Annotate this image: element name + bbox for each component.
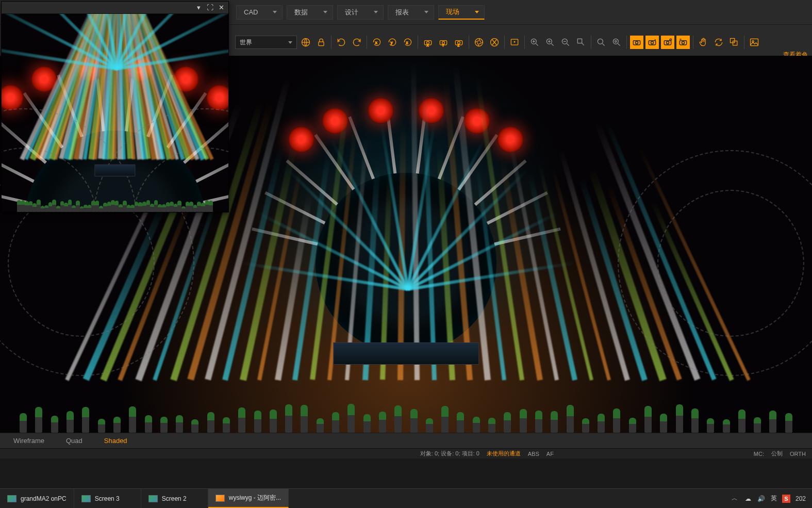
capture-4-icon[interactable] [676,36,690,49]
svg-rect-1 [319,42,324,46]
status-channels: 未使用的通道 [487,450,521,457]
svg-point-17 [514,41,515,42]
tray-s-icon[interactable]: S [782,495,790,503]
status-mc: MC: [754,451,764,457]
status-af: AF [546,451,554,457]
capture-2-icon[interactable] [645,36,659,49]
svg-point-31 [670,39,671,40]
menu-report[interactable]: 报表 [388,5,434,20]
capture-1-icon[interactable] [630,36,643,49]
status-bar: 对象: 0; 设备: 0; 项目: 0 未使用的通道 ABS AF MC: 公制… [0,448,812,458]
svg-rect-34 [731,39,735,43]
bottom-gap [0,458,812,488]
find-all-icon[interactable] [610,36,623,49]
tab-wireframe[interactable]: Wireframe [10,435,47,447]
hand-icon[interactable] [697,36,710,49]
svg-point-22 [598,39,603,44]
status-objects: 对象: 0; 设备: 0; 项目: 0 [420,450,479,457]
svg-text:Y: Y [442,44,444,47]
panel-body[interactable] [2,14,228,212]
svg-rect-35 [733,41,737,45]
svg-point-24 [615,41,617,42]
aperture-2-icon[interactable] [488,36,501,49]
svg-text:z: z [406,40,408,45]
tray-volume-icon[interactable]: 🔊 [757,495,766,503]
status-abs: ABS [528,451,539,457]
world-dropdown[interactable]: 世界 [235,36,297,49]
image-icon[interactable] [748,36,761,49]
task-grandma2[interactable]: grandMA2 onPC [0,489,74,508]
status-orth: ORTH [790,451,806,457]
svg-rect-21 [577,39,582,43]
aperture-icon[interactable] [472,36,486,49]
panel-close-icon[interactable]: ✕ [217,4,225,12]
menu-design[interactable]: 设计 [337,5,384,20]
camera-z-icon[interactable]: Z [452,36,466,49]
svg-text:y: y [391,40,393,45]
main-toolbar: 世界 x y z X Y Z [232,33,812,52]
system-tray: ︿ ☁ 🔊 英 S 202 [724,494,812,503]
lock-icon[interactable] [314,36,328,49]
menu-data[interactable]: 数据 [287,5,333,20]
menu-live[interactable]: 现场 [438,5,485,20]
refresh-icon[interactable] [712,36,725,49]
camera-y-icon[interactable]: Y [437,36,450,49]
tray-chevron-up-icon[interactable]: ︿ [731,495,739,503]
axis-y-icon[interactable]: y [386,36,399,49]
tray-clock[interactable]: 202 [796,495,806,502]
windows-taskbar: grandMA2 onPC Screen 3 Screen 2 wysiwyg … [0,488,812,508]
svg-point-33 [682,41,685,44]
rotate-ccw-icon[interactable] [350,36,363,49]
zoom-out-icon[interactable] [559,36,572,49]
floating-preview-panel[interactable]: ▾ ⛶ ✕ [1,1,229,212]
menu-cad[interactable]: CAD [236,5,283,20]
svg-point-28 [651,41,654,44]
panel-minimize-icon[interactable]: ▾ [194,4,203,12]
svg-point-30 [667,41,669,44]
globe-icon[interactable] [299,36,312,49]
task-wysiwyg[interactable]: wysiwyg - 迈阿密... [208,489,289,508]
svg-rect-36 [751,39,758,45]
tab-quad[interactable]: Quad [63,435,86,447]
axis-z-icon[interactable]: z [401,36,415,49]
svg-text:Z: Z [458,44,460,47]
zoom-in-icon[interactable] [543,36,557,49]
svg-point-26 [636,41,638,44]
rotate-icon[interactable] [335,36,348,49]
capture-3-icon[interactable] [661,36,674,49]
svg-point-14 [475,39,483,46]
panel-maximize-icon[interactable]: ⛶ [206,4,214,12]
screen-icon[interactable] [508,36,521,49]
svg-text:x: x [375,40,377,45]
task-screen3[interactable]: Screen 3 [74,489,141,508]
tray-ime[interactable]: 英 [771,494,777,503]
axis-x-icon[interactable]: x [370,36,384,49]
view-tabs: Wireframe Quad Shaded [0,433,812,448]
status-units: 公制 [771,450,783,457]
tray-cloud-icon[interactable]: ☁ [744,495,752,503]
svg-point-23 [613,39,618,44]
svg-text:X: X [427,44,429,47]
task-screen2[interactable]: Screen 2 [141,489,208,508]
zoom-rect-icon[interactable] [574,36,588,49]
find-icon[interactable] [594,36,608,49]
panel-titlebar[interactable]: ▾ ⛶ ✕ [2,2,228,14]
camera-x-icon[interactable]: X [421,36,435,49]
zoom-fit-icon[interactable] [528,36,541,49]
tab-shaded[interactable]: Shaded [101,435,130,447]
windows-icon[interactable] [727,36,741,49]
